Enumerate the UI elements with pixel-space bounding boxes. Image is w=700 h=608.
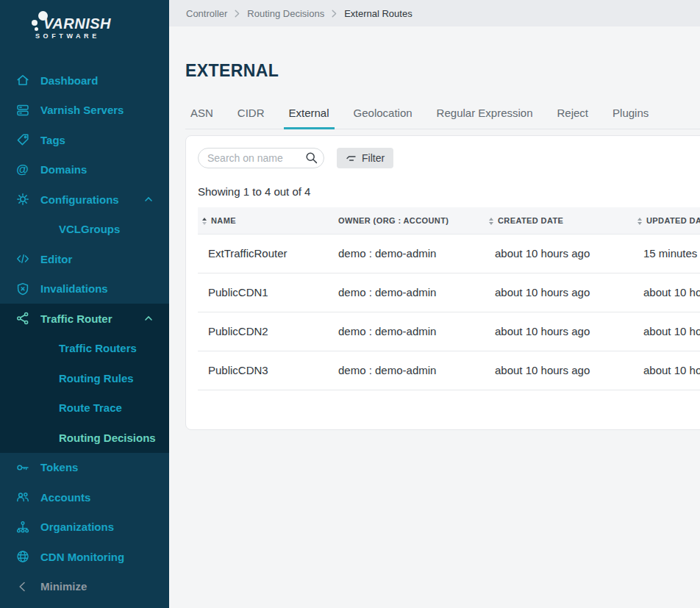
- sidebar-item-invalidations[interactable]: Invalidations: [0, 274, 169, 304]
- table-row[interactable]: PublicCDN2 demo : demo-admin about 10 ho…: [198, 312, 700, 351]
- chevron-up-icon[interactable]: [144, 315, 153, 321]
- sidebar-item-label: Organizations: [40, 521, 114, 533]
- traffic-router-group: Traffic Router Traffic Routers Routing R…: [0, 304, 169, 453]
- sidebar-item-organizations[interactable]: Organizations: [0, 512, 169, 543]
- sort-icon: [638, 218, 642, 225]
- sidebar-nav: Dashboard Varnish Servers Tags @ Domains: [0, 65, 169, 601]
- column-header-name[interactable]: NAME: [198, 207, 328, 234]
- sidebar-item-label: CDN Monitoring: [40, 551, 124, 563]
- logo-dot: [32, 20, 38, 26]
- sidebar-item-tags[interactable]: Tags: [0, 125, 169, 155]
- filter-button[interactable]: Filter: [337, 148, 393, 168]
- chevron-right-icon: [332, 10, 337, 18]
- cell-name: PublicCDN1: [198, 273, 328, 312]
- cell-owner: demo : demo-admin: [328, 312, 485, 351]
- logo-text-software: SOFTWARE: [35, 32, 100, 40]
- tab-reject[interactable]: Reject: [552, 101, 594, 129]
- search-icon: [305, 151, 318, 167]
- cell-name: ExtTrafficRouter: [198, 234, 328, 273]
- cell-created: about 10 hours ago: [485, 234, 633, 273]
- logo-text-varnish: VARNISH: [43, 15, 111, 32]
- sidebar-item-label: Routing Rules: [59, 372, 134, 385]
- sidebar-item-route-trace[interactable]: Route Trace: [0, 393, 169, 423]
- sidebar-item-label: Tags: [40, 134, 65, 146]
- sidebar-item-label: Tokens: [40, 461, 78, 473]
- home-icon: [15, 73, 30, 88]
- breadcrumb-external-routes: External Routes: [344, 8, 413, 19]
- sidebar-item-label: Minimize: [40, 580, 87, 593]
- varnish-software-logo: VARNISH SOFTWARE: [0, 0, 169, 65]
- tab-asn[interactable]: ASN: [185, 101, 218, 129]
- cell-created: about 10 hours ago: [485, 351, 633, 390]
- table-toolbar: Filter: [198, 148, 700, 168]
- chevron-up-icon[interactable]: [144, 196, 153, 202]
- sidebar-item-dashboard[interactable]: Dashboard: [0, 65, 169, 96]
- sidebar-item-routing-rules[interactable]: Routing Rules: [0, 363, 169, 393]
- cell-updated: about 10 hours ago: [633, 273, 700, 312]
- breadcrumb-controller[interactable]: Controller: [186, 8, 227, 19]
- cell-updated: about 10 hours ago: [633, 312, 700, 351]
- sidebar-item-cdn-monitoring[interactable]: CDN Monitoring: [0, 542, 169, 572]
- column-header-created-date[interactable]: CREATED DATE: [485, 207, 633, 234]
- sidebar-item-minimize[interactable]: Minimize: [0, 572, 169, 602]
- org-chart-icon: [15, 519, 30, 534]
- sidebar-item-vclgroups[interactable]: VCLGroups: [0, 215, 169, 245]
- sidebar-item-varnish-servers[interactable]: Varnish Servers: [0, 96, 169, 126]
- sidebar-item-traffic-routers[interactable]: Traffic Routers: [0, 334, 169, 364]
- filter-icon: [346, 154, 357, 163]
- sidebar-item-label: Traffic Router: [40, 312, 113, 325]
- cell-created: about 10 hours ago: [485, 273, 633, 312]
- table-row[interactable]: ExtTrafficRouter demo : demo-admin about…: [198, 234, 700, 273]
- sidebar-item-tokens[interactable]: Tokens: [0, 453, 169, 483]
- sidebar-item-label: Invalidations: [40, 282, 108, 295]
- tab-external[interactable]: External: [284, 101, 335, 129]
- sort-icon: [202, 218, 207, 225]
- filter-button-label: Filter: [362, 152, 385, 164]
- people-icon: [15, 490, 30, 505]
- sidebar-item-editor[interactable]: Editor: [0, 244, 169, 274]
- tab-plugins[interactable]: Plugins: [607, 101, 654, 129]
- at-icon: @: [15, 162, 30, 177]
- breadcrumb-routing-decisions[interactable]: Routing Decisions: [247, 8, 324, 19]
- breadcrumb: Controller Routing Decisions External Ro…: [169, 0, 700, 26]
- tag-icon: [15, 132, 30, 148]
- routes-table: NAME OWNER (ORG : ACCOUNT) CREATED DATE …: [198, 207, 700, 390]
- cell-name: PublicCDN2: [198, 312, 328, 351]
- column-header-updated-date[interactable]: UPDATED DATE: [633, 207, 700, 234]
- sidebar-item-accounts[interactable]: Accounts: [0, 482, 169, 512]
- gear-icon: [15, 192, 30, 207]
- main-content: Controller Routing Decisions External Ro…: [169, 0, 700, 608]
- cell-owner: demo : demo-admin: [328, 351, 485, 390]
- sidebar-item-traffic-router[interactable]: Traffic Router: [0, 304, 169, 334]
- sidebar-item-routing-decisions[interactable]: Routing Decisions: [0, 423, 169, 453]
- sidebar-item-label: Accounts: [40, 491, 90, 504]
- tab-cidr[interactable]: CIDR: [232, 101, 270, 129]
- globe-icon: [15, 549, 30, 565]
- sidebar-item-label: Editor: [40, 253, 72, 265]
- table-row[interactable]: PublicCDN3 demo : demo-admin about 10 ho…: [198, 351, 700, 390]
- tab-bar: ASN CIDR External Geolocation Regular Ex…: [185, 101, 700, 129]
- cell-updated: 15 minutes ago: [633, 234, 700, 273]
- table-row[interactable]: PublicCDN1 demo : demo-admin about 10 ho…: [198, 273, 700, 312]
- share-network-icon: [15, 311, 30, 326]
- key-icon: [15, 459, 30, 475]
- sidebar-item-label: Route Trace: [59, 401, 122, 414]
- tab-regular-expression[interactable]: Regular Expression: [432, 101, 538, 129]
- cell-owner: demo : demo-admin: [328, 273, 485, 312]
- sidebar-item-label: Configurations: [40, 193, 119, 206]
- servers-icon: [15, 102, 30, 118]
- sidebar-item-label: Domains: [40, 163, 87, 176]
- sidebar-item-configurations[interactable]: Configurations: [0, 185, 169, 215]
- logo-dot: [35, 27, 38, 31]
- table-header-row: NAME OWNER (ORG : ACCOUNT) CREATED DATE …: [198, 207, 700, 234]
- search-box: [198, 148, 324, 168]
- column-header-owner[interactable]: OWNER (ORG : ACCOUNT): [328, 207, 485, 234]
- chevron-right-icon: [235, 10, 240, 18]
- cell-name: PublicCDN3: [198, 351, 328, 390]
- routes-card: Filter Showing 1 to 4 out of 4 NAME OWNE…: [185, 135, 700, 430]
- cell-owner: demo : demo-admin: [328, 234, 485, 273]
- sort-icon: [489, 218, 493, 225]
- sidebar-item-domains[interactable]: @ Domains: [0, 155, 169, 185]
- tab-geolocation[interactable]: Geolocation: [349, 101, 418, 129]
- sidebar: VARNISH SOFTWARE Dashboard Varnish Serve…: [0, 0, 169, 608]
